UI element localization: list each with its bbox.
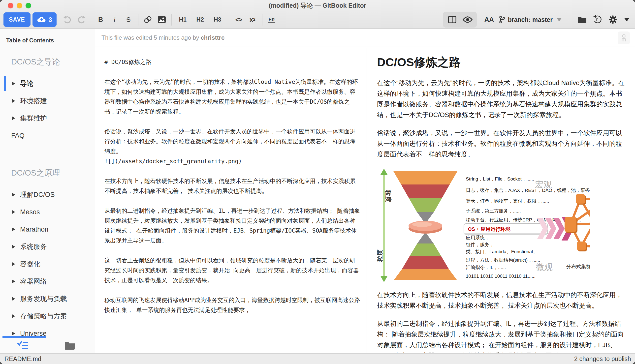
redo-button[interactable] xyxy=(75,12,88,27)
granularity-diagram-image: 粒度 粒度 String，List，File，Socket，...... xyxy=(377,167,590,284)
svg-text:组件，服务，......: 组件，服务，...... xyxy=(466,242,502,247)
svg-text:日志，缓存，集合，AJAX，REST，DAO，线程，池，事务: 日志，缓存，集合，AJAX，REST，DAO，线程，池，事务，...... xyxy=(466,188,590,193)
svg-text:子系统，第三方服务，......: 子系统，第三方服务，...... xyxy=(466,208,521,214)
source-paragraph: 这一切看上去阐述的很粗糙，但从中仍可以看到，领域研究的粒度是不断放大的，随着某一… xyxy=(105,256,360,285)
sidebar: Table of Contents DC/OS之导论 导论 环境搭建 集群维护 … xyxy=(0,29,95,353)
macro-label: 宏观 xyxy=(535,180,552,189)
person-icon xyxy=(620,34,627,42)
sidebar-item-mesos[interactable]: Mesos xyxy=(0,203,95,221)
chevron-down-icon xyxy=(557,18,561,21)
code-button[interactable]: <> xyxy=(232,12,246,27)
toc-list-principle: 理解DC/OS Mesos Marathon 系统服务 容器化 容器网络 xyxy=(0,186,95,342)
sidebar-item-daolun[interactable]: 导论 xyxy=(0,75,95,92)
toolbar-divider xyxy=(262,14,262,26)
sidebar-item-label: Marathon xyxy=(20,226,48,233)
sidebar-item-service-discovery[interactable]: 服务发现与负载 xyxy=(0,290,95,308)
history-button[interactable] xyxy=(592,12,603,27)
expand-arrow-icon[interactable] xyxy=(12,280,15,284)
micro-label: 微观 xyxy=(536,262,553,272)
expand-arrow-icon[interactable] xyxy=(12,82,15,86)
branch-label: branch: master xyxy=(508,16,553,23)
sidebar-item-marathon[interactable]: Marathon xyxy=(0,221,95,238)
eye-icon xyxy=(462,16,473,23)
expand-arrow-icon[interactable] xyxy=(12,116,15,120)
sidebar-item-cluster[interactable]: 集群维护 xyxy=(0,110,95,127)
markdown-preview[interactable]: DC/OS修炼之路 在这个“移动为先，云为先”的时代，一切的技术，架构都以Clo… xyxy=(367,48,635,353)
italic-button[interactable]: i xyxy=(108,12,122,27)
folder-icon xyxy=(64,341,76,350)
expand-arrow-icon[interactable] xyxy=(12,228,15,231)
section-title-intro: DC/OS之导论 xyxy=(11,56,95,68)
preview-heading: DC/OS修炼之路 xyxy=(377,54,628,70)
expand-arrow-icon[interactable] xyxy=(12,245,15,249)
sidebar-item-container-network[interactable]: 容器网络 xyxy=(0,273,95,290)
sidebar-item-label: 集群维护 xyxy=(20,114,47,123)
expand-arrow-icon[interactable] xyxy=(12,297,15,301)
expand-arrow-icon[interactable] xyxy=(12,210,15,214)
changes-to-publish[interactable]: 2 changes to publish xyxy=(574,354,631,364)
source-paragraph: 在这个“移动为先，云为先”的时代，一切的技术，架构都以Cloud Native为… xyxy=(105,77,360,116)
distributed-cluster-icon: 分布式集群、Cloud Native xyxy=(564,194,590,269)
subscript-button[interactable]: x2 xyxy=(246,12,259,27)
svg-text:类、接口、Lambda、Functional、......: 类、接口、Lambda、Functional、...... xyxy=(466,249,545,254)
expand-arrow-icon[interactable] xyxy=(12,99,15,103)
heading3-button[interactable]: H3 xyxy=(209,12,226,27)
settings-button[interactable] xyxy=(607,12,619,27)
expand-arrow-icon[interactable] xyxy=(12,332,15,336)
insert-image-button[interactable] xyxy=(155,12,169,27)
sync-count-badge: 3 xyxy=(49,16,52,23)
sidebar-item-label: 系统服务 xyxy=(20,242,47,251)
bold-button[interactable]: B xyxy=(94,12,108,27)
undo-button[interactable] xyxy=(61,12,75,27)
heading1-button[interactable]: H1 xyxy=(174,12,192,27)
save-button[interactable]: SAVE xyxy=(4,12,31,27)
sidebar-item-label: 理解DC/OS xyxy=(20,190,55,199)
toolbar-divider xyxy=(171,14,172,26)
sidebar-item-storage[interactable]: 存储策略与方案 xyxy=(0,308,95,325)
toc-list-intro: 导论 环境搭建 集群维护 FAQ xyxy=(0,75,95,144)
svg-text:OS + 应用运行环境: OS + 应用运行环境 xyxy=(468,226,510,232)
subscript-sub: 2 xyxy=(253,17,255,22)
expand-arrow-icon[interactable] xyxy=(12,314,15,318)
sidebar-item-env[interactable]: 环境搭建 xyxy=(0,92,95,110)
expand-arrow-icon[interactable] xyxy=(12,262,15,266)
file-edited-bar: This file was edited 5 minutes ago by ch… xyxy=(96,29,635,47)
split-view-button[interactable] xyxy=(444,12,460,27)
sidebar-item-label: 环境搭建 xyxy=(20,96,47,106)
sidebar-item-faq[interactable]: FAQ xyxy=(0,127,95,144)
markdown-source-editor[interactable]: # DC/OS修炼之路 在这个“移动为先，云为先”的时代，一切的技术，架构都以C… xyxy=(96,48,367,353)
more-menu-button[interactable] xyxy=(624,18,629,21)
files-button[interactable] xyxy=(576,12,588,27)
file-edited-text: This file was edited 5 minutes ago by ch… xyxy=(96,29,635,46)
sidebar-item-system-services[interactable]: 系统服务 xyxy=(0,238,95,256)
sidebar-item-understand-dcos[interactable]: 理解DC/OS xyxy=(0,186,95,203)
file-edited-author: christtrc xyxy=(201,34,225,41)
tab-files[interactable] xyxy=(64,341,76,350)
insert-link-button[interactable] xyxy=(141,12,155,27)
source-paragraph: 俗话说，聚沙成塔，又说，一沙一世界。在软件开发人员的世界中，一个软件应用可以从一… xyxy=(105,126,360,156)
toolbar-divider xyxy=(138,14,138,26)
source-paragraph: 移动互联网的飞速发展使得移动APP成为业务交互的入口，海量数据跨越时空限制，被互… xyxy=(105,295,360,315)
tab-table-of-contents[interactable] xyxy=(16,340,29,350)
heading2-button[interactable]: H2 xyxy=(192,12,209,27)
sidebar-item-label: 容器网络 xyxy=(20,277,47,286)
sync-upload-button[interactable]: 3 xyxy=(33,12,57,27)
branch-selector[interactable]: branch: master xyxy=(499,15,561,24)
sidebar-divider xyxy=(4,152,91,152)
sidebar-item-label: 容器化 xyxy=(20,260,40,268)
strikethrough-button[interactable]: S xyxy=(122,12,136,27)
gitbook-editor-window: (modified) 导论 — GitBook Editor SAVE 3 B … xyxy=(0,0,635,364)
expand-arrow-icon[interactable] xyxy=(12,193,15,197)
font-settings-button[interactable]: AA xyxy=(484,16,494,24)
active-tab-indicator xyxy=(3,336,46,338)
sidebar-item-containerization[interactable]: 容器化 xyxy=(0,256,95,273)
toolbar-left: SAVE 3 B i S xyxy=(4,12,279,27)
horizontal-rule-button[interactable]: HR xyxy=(265,12,279,27)
preview-button[interactable] xyxy=(460,12,475,27)
git-branch-icon xyxy=(499,15,505,24)
preview-paragraph: 在这个“移动为先，云为先”的时代，一切的技术，架构都以Cloud Native为… xyxy=(377,78,628,120)
sidebar-item-label: 服务发现与负载 xyxy=(20,294,67,303)
source-paragraph: 在技术方向上，随着软硬件技术的不断发展，信息技术在生产活动中的不断深化应用，技术… xyxy=(105,176,360,196)
subscript-base: x xyxy=(250,16,253,24)
granularity-axis-arrow: 粒度 粒度 xyxy=(377,168,392,282)
